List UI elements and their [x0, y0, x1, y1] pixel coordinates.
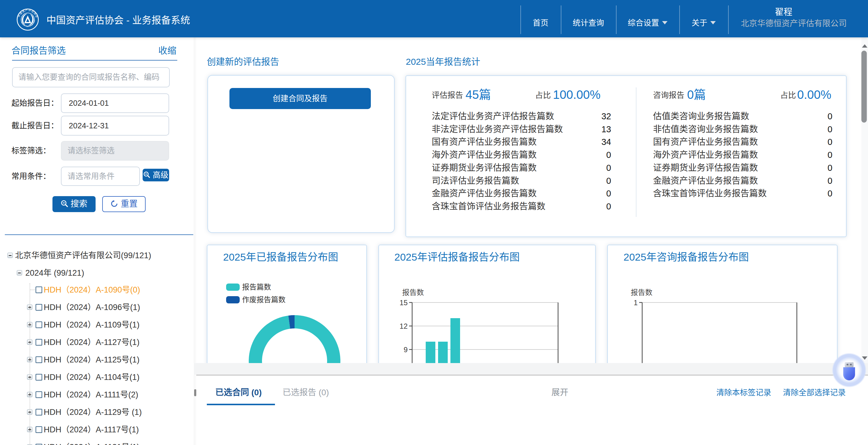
svg-text:12: 12 [400, 322, 408, 330]
svg-text:1: 1 [634, 299, 638, 307]
svg-text:15: 15 [400, 299, 408, 307]
svg-text:9: 9 [404, 346, 408, 354]
